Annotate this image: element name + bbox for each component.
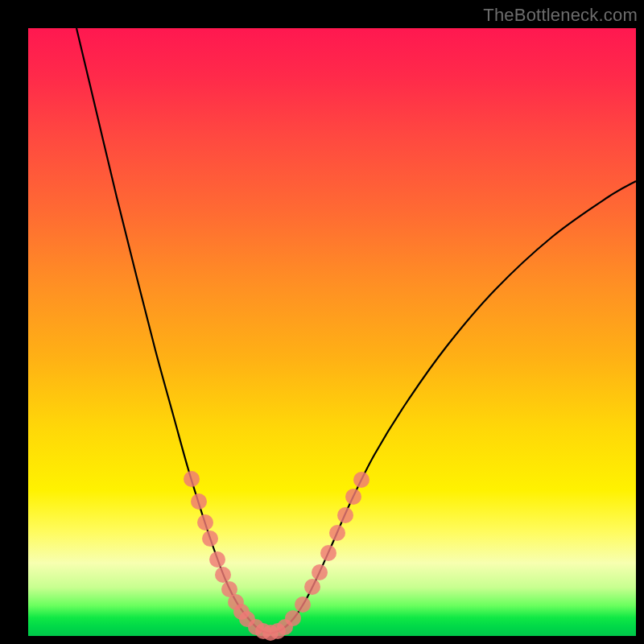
data-dot xyxy=(197,514,213,530)
data-dot xyxy=(304,579,320,595)
data-dot xyxy=(320,545,336,561)
curve-left xyxy=(76,28,270,634)
data-dots xyxy=(184,471,369,641)
data-dot xyxy=(353,472,369,488)
curve-right xyxy=(270,181,636,634)
data-dot xyxy=(295,597,311,613)
plot-area xyxy=(28,28,636,636)
watermark-text: TheBottleneck.com xyxy=(483,5,638,26)
data-dot xyxy=(345,489,361,505)
data-dot xyxy=(215,567,231,583)
data-dot xyxy=(285,610,301,626)
outer-frame: TheBottleneck.com xyxy=(0,0,644,644)
data-dot xyxy=(312,564,328,580)
data-dot xyxy=(337,507,353,523)
data-dot xyxy=(209,551,225,568)
data-dot xyxy=(202,530,218,547)
data-dot xyxy=(329,525,345,541)
data-dot xyxy=(184,471,200,487)
data-dot xyxy=(191,493,207,510)
chart-svg xyxy=(28,28,636,636)
